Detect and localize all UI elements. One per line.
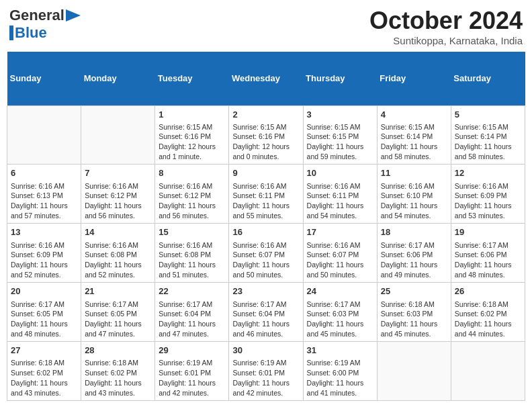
day-info-line: and 53 minutes. — [455, 211, 521, 221]
day-info-line: and 46 minutes. — [232, 329, 299, 339]
day-info-line: Sunrise: 6:16 AM — [307, 181, 373, 191]
day-number: 31 — [307, 345, 373, 357]
day-number: 24 — [307, 285, 373, 298]
day-info-line: Daylight: 11 hours — [232, 319, 299, 329]
calendar-cell: 18Sunrise: 6:17 AMSunset: 6:06 PMDayligh… — [377, 224, 451, 283]
day-info-line: Sunrise: 6:18 AM — [85, 358, 151, 368]
calendar-cell: 4Sunrise: 6:15 AMSunset: 6:14 PMDaylight… — [377, 105, 451, 165]
day-info-line: Sunrise: 6:16 AM — [381, 181, 447, 191]
day-number: 11 — [381, 167, 447, 179]
day-info-line: Daylight: 11 hours — [381, 142, 447, 152]
day-number: 25 — [381, 285, 447, 298]
calendar-body: 1Sunrise: 6:15 AMSunset: 6:16 PMDaylight… — [7, 105, 525, 401]
day-info-line: Daylight: 11 hours — [159, 201, 225, 211]
day-info-line: Sunrise: 6:15 AM — [159, 122, 225, 132]
calendar-cell: 19Sunrise: 6:17 AMSunset: 6:06 PMDayligh… — [451, 224, 525, 283]
day-info-line: Sunset: 6:05 PM — [11, 309, 77, 319]
day-info-line: Sunrise: 6:19 AM — [232, 358, 299, 368]
calendar-cell: 14Sunrise: 6:16 AMSunset: 6:08 PMDayligh… — [81, 224, 155, 283]
day-number: 22 — [159, 285, 225, 298]
day-info-line: Sunrise: 6:17 AM — [381, 240, 447, 250]
day-info-line: Sunrise: 6:15 AM — [232, 122, 299, 132]
day-info-line: Daylight: 11 hours — [381, 201, 447, 211]
day-info-line: Sunset: 6:09 PM — [11, 250, 77, 260]
day-number: 4 — [381, 109, 447, 121]
calendar-cell: 10Sunrise: 6:16 AMSunset: 6:11 PMDayligh… — [303, 165, 377, 224]
day-info-line: and 56 minutes. — [85, 211, 151, 221]
day-info-line: and 1 minute. — [159, 152, 225, 162]
day-number: 16 — [232, 226, 299, 238]
location-subtitle: Suntikoppa, Karnataka, India — [369, 35, 523, 46]
day-info-line: and 48 minutes. — [455, 270, 521, 280]
calendar-cell: 25Sunrise: 6:18 AMSunset: 6:03 PMDayligh… — [377, 283, 451, 342]
day-info-line: Sunset: 6:04 PM — [159, 309, 225, 319]
day-info-line: Sunset: 6:11 PM — [232, 191, 299, 201]
day-number: 26 — [455, 285, 521, 298]
day-info-line: and 0 minutes. — [232, 152, 299, 162]
calendar-cell: 3Sunrise: 6:15 AMSunset: 6:15 PMDaylight… — [303, 105, 377, 165]
day-info-line: Daylight: 11 hours — [85, 260, 151, 270]
calendar-cell: 6Sunrise: 6:16 AMSunset: 6:13 PMDaylight… — [7, 165, 81, 224]
calendar-cell: 17Sunrise: 6:16 AMSunset: 6:07 PMDayligh… — [303, 224, 377, 283]
day-number: 20 — [11, 285, 77, 298]
calendar-cell: 31Sunrise: 6:19 AMSunset: 6:00 PMDayligh… — [303, 342, 377, 401]
day-info-line: and 47 minutes. — [85, 329, 151, 339]
day-info-line: Sunrise: 6:16 AM — [85, 181, 151, 191]
logo-arrow-icon — [66, 9, 81, 21]
column-header-wednesday: Wednesday — [229, 52, 303, 105]
day-info-line: Sunset: 6:14 PM — [381, 132, 447, 142]
day-number: 8 — [159, 167, 225, 179]
calendar-cell: 2Sunrise: 6:15 AMSunset: 6:16 PMDaylight… — [229, 105, 303, 165]
day-info-line: Sunset: 6:08 PM — [159, 250, 225, 260]
calendar-cell: 28Sunrise: 6:18 AMSunset: 6:02 PMDayligh… — [81, 342, 155, 401]
day-info-line: Sunrise: 6:18 AM — [381, 300, 447, 310]
day-info-line: and 52 minutes. — [11, 270, 77, 280]
column-header-thursday: Thursday — [303, 52, 377, 105]
day-number: 2 — [232, 109, 299, 121]
column-header-saturday: Saturday — [451, 52, 525, 105]
day-info-line: Sunrise: 6:15 AM — [307, 122, 373, 132]
day-number: 10 — [307, 167, 373, 179]
day-info-line: Daylight: 12 hours — [232, 142, 299, 152]
column-header-tuesday: Tuesday — [155, 52, 229, 105]
calendar-cell: 26Sunrise: 6:18 AMSunset: 6:02 PMDayligh… — [451, 283, 525, 342]
calendar-week-row: 1Sunrise: 6:15 AMSunset: 6:16 PMDaylight… — [7, 105, 525, 165]
day-info-line: Sunrise: 6:17 AM — [11, 300, 77, 310]
day-info-line: Sunset: 6:02 PM — [85, 368, 151, 378]
day-info-line: Sunrise: 6:15 AM — [455, 122, 521, 132]
calendar-cell: 30Sunrise: 6:19 AMSunset: 6:01 PMDayligh… — [229, 342, 303, 401]
day-info-line: Sunrise: 6:17 AM — [307, 300, 373, 310]
day-info-line: Sunrise: 6:16 AM — [232, 181, 299, 191]
day-info-line: Sunrise: 6:17 AM — [85, 300, 151, 310]
calendar-cell: 29Sunrise: 6:19 AMSunset: 6:01 PMDayligh… — [155, 342, 229, 401]
calendar-cell: 1Sunrise: 6:15 AMSunset: 6:16 PMDaylight… — [155, 105, 229, 165]
day-info-line: and 50 minutes. — [307, 270, 373, 280]
day-info-line: Sunset: 6:04 PM — [232, 309, 299, 319]
day-info-line: Daylight: 11 hours — [307, 260, 373, 270]
calendar-cell: 9Sunrise: 6:16 AMSunset: 6:11 PMDaylight… — [229, 165, 303, 224]
day-info-line: Daylight: 11 hours — [232, 378, 299, 388]
day-number: 12 — [455, 167, 521, 179]
day-info-line: and 44 minutes. — [455, 329, 521, 339]
calendar-cell: 24Sunrise: 6:17 AMSunset: 6:03 PMDayligh… — [303, 283, 377, 342]
day-info-line: Daylight: 11 hours — [232, 260, 299, 270]
calendar-cell: 5Sunrise: 6:15 AMSunset: 6:14 PMDaylight… — [451, 105, 525, 165]
day-info-line: and 59 minutes. — [307, 152, 373, 162]
logo-bar — [9, 26, 13, 40]
day-info-line: Sunset: 6:12 PM — [85, 191, 151, 201]
day-info-line: Daylight: 11 hours — [381, 260, 447, 270]
day-info-line: Daylight: 11 hours — [455, 201, 521, 211]
day-info-line: Daylight: 11 hours — [455, 319, 521, 329]
day-info-line: Sunset: 6:06 PM — [381, 250, 447, 260]
day-info-line: and 43 minutes. — [11, 388, 77, 398]
day-info-line: Sunrise: 6:16 AM — [307, 240, 373, 250]
day-info-line: Sunset: 6:03 PM — [381, 309, 447, 319]
calendar-cell — [81, 105, 155, 165]
svg-marker-0 — [66, 9, 81, 21]
day-info-line: Sunset: 6:05 PM — [85, 309, 151, 319]
day-info-line: and 42 minutes. — [159, 388, 225, 398]
day-info-line: Daylight: 12 hours — [159, 142, 225, 152]
day-info-line: Sunset: 6:08 PM — [85, 250, 151, 260]
day-info-line: Sunset: 6:02 PM — [455, 309, 521, 319]
day-info-line: Sunset: 6:16 PM — [232, 132, 299, 142]
